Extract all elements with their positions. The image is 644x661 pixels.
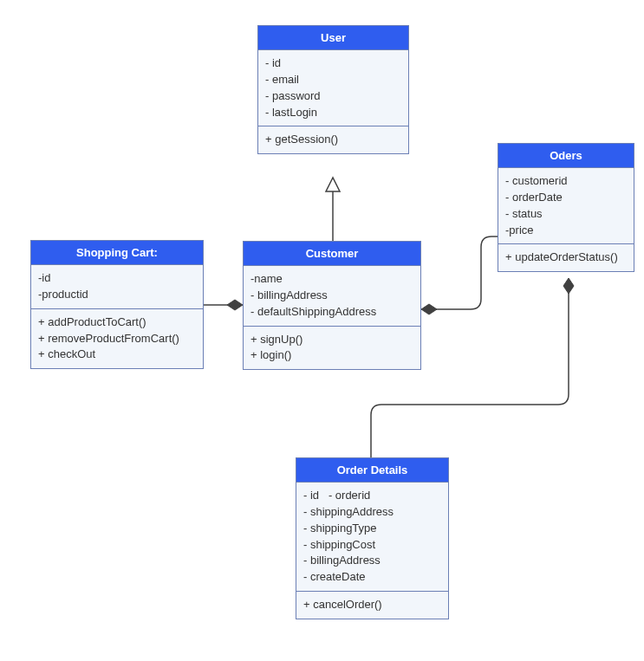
class-customer-title: Customer (244, 242, 420, 266)
class-order-details: Order Details - id - orderid - shippingA… (296, 457, 449, 619)
attr-row: -price (505, 223, 627, 239)
class-order-details-attributes: - id - orderid - shippingAddress - shipp… (296, 483, 448, 592)
class-shopping-cart-attributes: -id -productid (31, 265, 203, 309)
attr-row: - status (505, 206, 627, 223)
method-row: + getSession() (265, 132, 401, 148)
attr-row: - billingAddress (250, 288, 413, 304)
attr-row: -id (38, 270, 196, 287)
class-order-details-methods: + cancelOrder() (296, 592, 448, 619)
class-user: User - id - email - password - lastLogin… (257, 25, 409, 154)
edge-customer-user-arrow (326, 178, 340, 191)
class-user-title: User (258, 26, 408, 50)
attr-row: - shippingCost (303, 537, 441, 554)
attr-row: - id - orderid (303, 488, 441, 504)
edge-oders-orderdetails-diamond (563, 278, 574, 294)
attr-row: - defaultShippingAddress (250, 304, 413, 321)
class-customer-attributes: -name - billingAddress - defaultShipping… (244, 266, 420, 327)
method-row: + removeProductFromCart() (38, 331, 196, 347)
attr-row: - orderDate (505, 190, 627, 206)
attr-row: - id (265, 55, 401, 72)
attr-row: -productid (38, 287, 196, 303)
class-customer: Customer -name - billingAddress - defaul… (243, 241, 421, 370)
method-row: + checkOut (38, 347, 196, 363)
class-oders-title: Oders (498, 144, 634, 168)
class-shopping-cart: Shopping Cart: -id -productid + addProdu… (30, 240, 204, 369)
attr-row: - password (265, 88, 401, 105)
attr-row: -name (250, 271, 413, 288)
class-user-attributes: - id - email - password - lastLogin (258, 50, 408, 126)
method-row: + addProductToCart() (38, 314, 196, 331)
class-oders: Oders - customerid - orderDate - status … (498, 143, 634, 272)
attr-row: - shippingAddress (303, 504, 441, 521)
method-row: + updateOrderStatus() (505, 249, 627, 266)
class-user-methods: + getSession() (258, 126, 408, 153)
class-oders-attributes: - customerid - orderDate - status -price (498, 168, 634, 244)
method-row: + login() (250, 347, 413, 364)
class-shopping-cart-title: Shopping Cart: (31, 241, 203, 265)
class-shopping-cart-methods: + addProductToCart() + removeProductFrom… (31, 309, 203, 369)
method-row: + cancelOrder() (303, 597, 441, 613)
attr-row: - shippingType (303, 521, 441, 537)
attr-row: - billingAddress (303, 553, 441, 569)
edge-customer-oders-diamond (421, 304, 437, 314)
attr-row: - customerid (505, 173, 627, 190)
class-customer-methods: + signUp() + login() (244, 327, 420, 370)
edge-customer-oders (436, 237, 498, 309)
attr-row: - lastLogin (265, 105, 401, 121)
uml-class-diagram: User - id - email - password - lastLogin… (0, 0, 644, 661)
edge-customer-cart-diamond (227, 300, 243, 310)
class-order-details-title: Order Details (296, 458, 448, 483)
attr-row: - createDate (303, 569, 441, 586)
class-oders-methods: + updateOrderStatus() (498, 244, 634, 271)
method-row: + signUp() (250, 332, 413, 348)
attr-row: - email (265, 72, 401, 88)
